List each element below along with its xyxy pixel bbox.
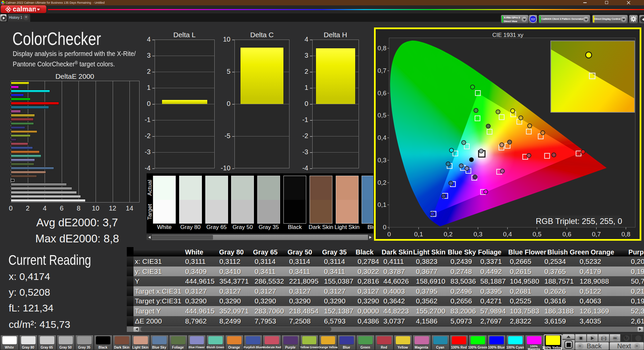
svg-text:0,8: 0,8	[378, 45, 386, 52]
svg-text:0,1: 0,1	[414, 231, 423, 238]
svg-text:0,3: 0,3	[474, 231, 482, 238]
svg-text:0,2: 0,2	[444, 231, 452, 238]
svg-text:0,4: 0,4	[378, 134, 387, 141]
svg-text:0,7: 0,7	[592, 231, 601, 238]
svg-text:0,1: 0,1	[378, 201, 386, 208]
svg-text:0,4: 0,4	[503, 231, 512, 238]
svg-text:0,3: 0,3	[378, 157, 386, 164]
svg-text:RGB Triplet: 255, 255, 0: RGB Triplet: 255, 255, 0	[536, 217, 622, 226]
svg-text:0,5: 0,5	[378, 112, 386, 119]
svg-text:0,5: 0,5	[533, 231, 541, 238]
svg-text:0,8: 0,8	[622, 231, 630, 238]
svg-text:0,7: 0,7	[378, 67, 386, 74]
svg-text:0,6: 0,6	[378, 90, 386, 97]
svg-text:0: 0	[387, 231, 391, 238]
svg-text:0,2: 0,2	[378, 179, 386, 186]
svg-text:CIE 1931 xy: CIE 1931 xy	[492, 32, 524, 38]
svg-text:0,6: 0,6	[562, 231, 571, 238]
svg-text:0: 0	[383, 224, 386, 231]
